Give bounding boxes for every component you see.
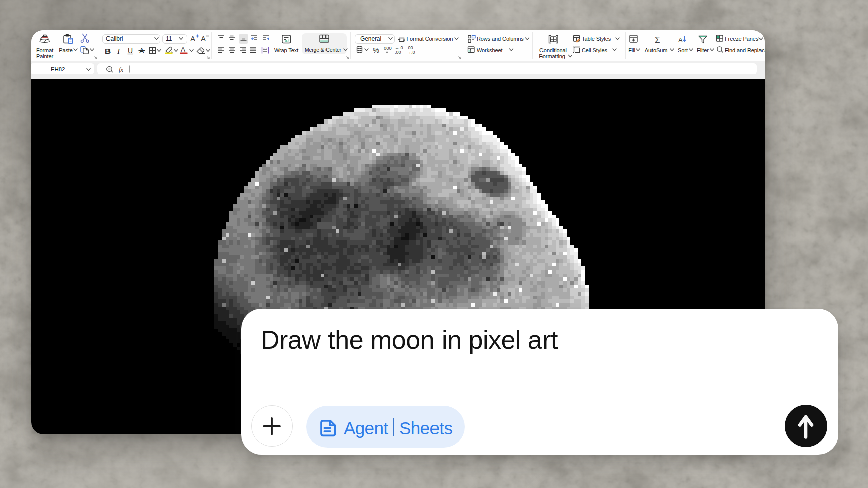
svg-text:fx: fx bbox=[119, 66, 123, 73]
svg-text:A: A bbox=[190, 34, 195, 43]
svg-text:→.0: →.0 bbox=[407, 50, 415, 55]
svg-text:A: A bbox=[201, 34, 206, 43]
svg-text:Σ: Σ bbox=[655, 35, 660, 45]
svg-text:A: A bbox=[678, 36, 683, 44]
svg-text:A: A bbox=[181, 46, 185, 53]
svg-text:.00: .00 bbox=[395, 50, 401, 55]
svg-text:%: % bbox=[373, 46, 379, 54]
svg-text:U: U bbox=[128, 47, 133, 55]
svg-text:I: I bbox=[117, 47, 120, 55]
svg-text:000: 000 bbox=[384, 45, 392, 51]
